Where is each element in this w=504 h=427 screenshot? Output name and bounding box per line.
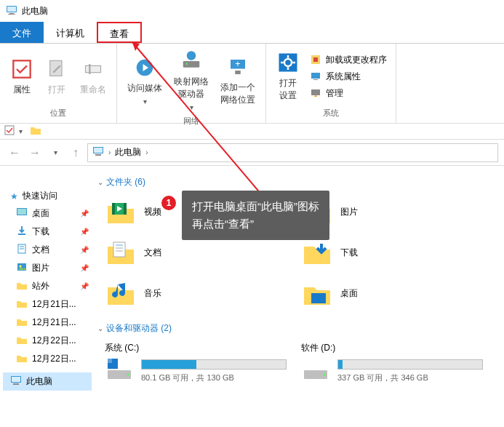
nav-forward[interactable]: →	[26, 144, 44, 161]
svg-rect-14	[235, 71, 241, 74]
sysprops-icon	[310, 71, 321, 82]
drive-item[interactable]: 软件 (D:)337 GB 可用，共 346 GB	[294, 338, 490, 390]
map-drive-button[interactable]: 映射网络 驱动器 ▾	[169, 47, 213, 114]
svg-rect-1	[7, 7, 16, 12]
folder-icon[interactable]	[30, 125, 41, 138]
sidebar-item[interactable]: 文档📌	[3, 241, 92, 259]
media-icon	[133, 56, 156, 79]
svg-rect-6	[86, 65, 101, 72]
tab-file[interactable]: 文件	[0, 22, 44, 43]
star-icon: ★	[10, 191, 18, 201]
pin-icon: 📌	[80, 228, 89, 236]
ribbon-group-network: 访问媒体 ▾ 映射网络 驱动器 ▾ + 添加一个 网络位置 网络	[117, 44, 266, 123]
svg-rect-2	[9, 13, 14, 14]
checkbox-icon[interactable]	[4, 125, 15, 138]
ribbon-group-location: 属性 打开 重命名 位置	[0, 44, 117, 123]
nav-bar: ← → ▾ ↑ › 此电脑 ›	[0, 140, 504, 166]
svg-rect-5	[50, 60, 62, 76]
manage-button[interactable]: 管理	[307, 86, 390, 101]
title-bar: 此电脑	[0, 0, 504, 22]
drive-usage-bar	[337, 359, 483, 370]
svg-point-34	[20, 266, 22, 268]
tab-view[interactable]: 查看	[97, 22, 142, 43]
svg-point-50	[127, 374, 129, 376]
svg-rect-19	[313, 57, 318, 62]
svg-point-12	[187, 51, 196, 60]
uninstall-button[interactable]: 卸载或更改程序	[307, 52, 390, 68]
drive-net-icon	[180, 49, 203, 73]
sidebar-item[interactable]: 桌面📌	[3, 204, 92, 223]
svg-rect-3	[8, 14, 15, 15]
drive-item[interactable]: 系统 (C:)80.1 GB 可用，共 130 GB	[97, 338, 294, 390]
svg-rect-44	[113, 242, 125, 257]
nav-back[interactable]: ←	[6, 144, 23, 161]
folder-icon	[105, 277, 137, 309]
chevron-down-icon: ⌄	[97, 324, 103, 332]
pc-icon	[6, 4, 17, 18]
pin-icon: 📌	[80, 264, 89, 272]
sidebar-this-pc[interactable]: 此电脑	[3, 372, 92, 391]
open-button[interactable]: 打开	[41, 47, 73, 106]
group-drives[interactable]: ⌄ 设备和驱动器 (2)	[97, 319, 504, 338]
folder-item[interactable]: 音乐	[97, 273, 294, 314]
svg-rect-25	[94, 148, 103, 153]
sidebar-item[interactable]: 12月21日...	[3, 314, 92, 332]
properties-button[interactable]: 属性	[6, 47, 38, 106]
folder-item[interactable]: 桌面	[294, 273, 490, 314]
folder-icon	[301, 277, 333, 309]
chevron-down-icon: ▾	[190, 103, 193, 111]
tab-computer[interactable]: 计算机	[44, 22, 97, 43]
nav-up[interactable]: ↑	[67, 144, 84, 161]
group-folders[interactable]: ⌄ 文件夹 (6)	[97, 173, 504, 191]
chevron-down-icon[interactable]: ▾	[19, 127, 23, 135]
folder-icon	[105, 236, 137, 268]
svg-rect-21	[313, 79, 318, 80]
sidebar-item[interactable]: 12月22日...	[3, 350, 92, 368]
svg-rect-52	[108, 359, 112, 363]
sidebar-item[interactable]: 图片📌	[3, 259, 92, 277]
breadcrumb[interactable]: 此电脑	[115, 146, 141, 159]
access-media-button[interactable]: 访问媒体 ▾	[123, 47, 167, 114]
chevron-right-icon: ›	[145, 148, 148, 156]
svg-rect-10	[183, 61, 200, 68]
svg-rect-26	[95, 154, 101, 156]
sidebar-item[interactable]: 站外📌	[3, 277, 92, 295]
item-icon	[16, 243, 28, 257]
svg-rect-4	[13, 60, 30, 77]
svg-rect-36	[12, 377, 20, 382]
check-icon	[10, 57, 33, 81]
add-net-icon: +	[226, 55, 249, 79]
item-icon	[16, 352, 28, 366]
svg-rect-39	[112, 203, 115, 215]
system-props-button[interactable]: 系统属性	[307, 69, 390, 84]
sidebar-quick-access[interactable]: ★ 快速访问	[3, 188, 92, 204]
pc-icon	[92, 145, 104, 159]
nav-history[interactable]: ▾	[47, 144, 64, 161]
svg-rect-40	[124, 203, 127, 215]
svg-text:+: +	[235, 59, 240, 69]
uninstall-icon	[310, 54, 321, 65]
item-icon	[16, 225, 28, 239]
address-bar[interactable]: › 此电脑 ›	[87, 143, 498, 162]
gear-icon	[276, 51, 300, 74]
item-icon	[16, 334, 28, 348]
sidebar-item[interactable]: 12月22日...	[3, 332, 92, 350]
drive-usage-bar	[141, 359, 287, 370]
chevron-down-icon: ⌄	[97, 178, 103, 186]
svg-point-54	[324, 374, 326, 376]
drive-icon	[301, 354, 330, 386]
open-settings-button[interactable]: 打开 设置	[272, 47, 304, 106]
rename-button[interactable]: 重命名	[76, 47, 111, 106]
instruction-tooltip: 打开电脑桌面“此电脑”图标 再点击“查看”	[182, 191, 329, 240]
svg-rect-29	[18, 234, 25, 235]
item-icon	[16, 279, 28, 293]
manage-icon	[310, 87, 321, 99]
add-location-button[interactable]: + 添加一个 网络位置	[216, 47, 260, 114]
annotation-badge: 1	[161, 196, 176, 210]
sidebar-item[interactable]: 12月21日...	[3, 295, 92, 314]
ribbon-group-system: 打开 设置 卸载或更改程序 系统属性 管理 系统	[266, 44, 396, 123]
sidebar-item[interactable]: 下载📌	[3, 223, 92, 241]
pin-icon: 📌	[80, 246, 89, 254]
svg-rect-22	[311, 89, 320, 95]
item-icon	[16, 298, 28, 311]
